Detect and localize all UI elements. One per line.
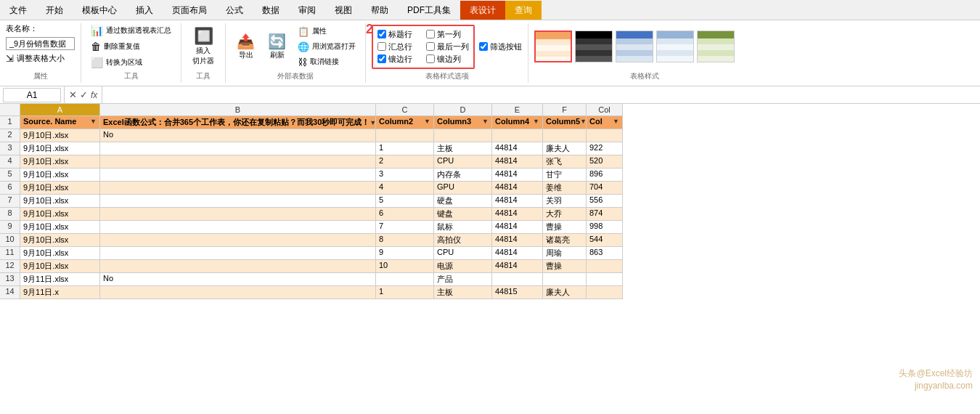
- cell-G7[interactable]: 556: [587, 195, 623, 208]
- cell-A4[interactable]: 9月10日.xlsx: [20, 155, 100, 169]
- cell-D7[interactable]: 硬盘: [434, 195, 492, 208]
- cell-B5[interactable]: [100, 169, 376, 182]
- cell-A11[interactable]: 9月10日.xlsx: [20, 247, 100, 260]
- col-header-A[interactable]: A: [20, 104, 100, 116]
- filter-D1[interactable]: ▼: [482, 118, 489, 125]
- cell-G5[interactable]: 896: [587, 169, 623, 182]
- cell-B11[interactable]: [100, 247, 376, 260]
- col-header-B[interactable]: B: [100, 104, 376, 116]
- pivot-table-btn[interactable]: 📊 通过数据透视表汇总: [87, 23, 175, 38]
- cell-C4[interactable]: 2: [376, 155, 434, 169]
- row-num-6[interactable]: 6: [0, 182, 20, 195]
- cell-E3[interactable]: 44814: [492, 142, 543, 155]
- cell-E4[interactable]: 44814: [492, 155, 543, 169]
- style-swatch-dark[interactable]: [575, 31, 613, 62]
- cell-G2[interactable]: [587, 129, 623, 142]
- tab-view[interactable]: 视图: [325, 1, 362, 20]
- cell-D11[interactable]: CPU: [434, 247, 492, 260]
- cell-F2[interactable]: [543, 129, 587, 142]
- cell-B3[interactable]: [100, 142, 376, 155]
- cell-A13[interactable]: 9月11日.xlsx: [20, 273, 100, 286]
- cell-D13[interactable]: 产品: [434, 273, 492, 286]
- col-header-E[interactable]: E: [492, 104, 543, 116]
- cell-D5[interactable]: 内存条: [434, 169, 492, 182]
- row-num-11[interactable]: 11: [0, 247, 20, 260]
- browser-open-btn[interactable]: 🌐 用浏览器打开: [294, 40, 359, 54]
- cell-B1[interactable]: Excel函数公式：合并365个工作表，你还在复制粘贴？而我30秒即可完成！ ▼: [100, 116, 376, 129]
- properties-btn[interactable]: 📋 属性: [294, 25, 359, 38]
- cell-A7[interactable]: 9月10日.xlsx: [20, 195, 100, 208]
- cell-G3[interactable]: 922: [587, 142, 623, 155]
- cell-E12[interactable]: 44814: [492, 260, 543, 273]
- cell-B6[interactable]: [100, 182, 376, 195]
- cell-F12[interactable]: 曹操: [543, 260, 587, 273]
- insert-slicer-btn[interactable]: 🔲 插入 切片器: [187, 25, 219, 68]
- cell-A10[interactable]: 9月10日.xlsx: [20, 234, 100, 247]
- cell-G13[interactable]: [587, 273, 623, 286]
- cell-F4[interactable]: 张飞: [543, 155, 587, 169]
- cell-B10[interactable]: [100, 234, 376, 247]
- cell-E8[interactable]: 44814: [492, 208, 543, 221]
- cell-D8[interactable]: 键盘: [434, 208, 492, 221]
- cell-B4[interactable]: [100, 155, 376, 169]
- col-header-C[interactable]: C: [376, 104, 434, 116]
- confirm-formula-icon[interactable]: ✓: [80, 89, 88, 100]
- table-name-input[interactable]: [6, 37, 75, 50]
- row-num-8[interactable]: 8: [0, 208, 20, 221]
- row-num-2[interactable]: 2: [0, 129, 20, 142]
- style-swatch-blue[interactable]: [616, 31, 653, 62]
- tab-query[interactable]: 查询: [505, 1, 542, 20]
- cell-G12[interactable]: [587, 260, 623, 273]
- filter-B1[interactable]: ▼: [369, 119, 376, 126]
- cell-G11[interactable]: 863: [587, 247, 623, 260]
- cell-G14[interactable]: [587, 286, 623, 299]
- cell-D4[interactable]: CPU: [434, 155, 492, 169]
- cell-B12[interactable]: [100, 260, 376, 273]
- banded-col-checkbox[interactable]: [426, 54, 435, 63]
- tab-pagelayout[interactable]: 页面布局: [163, 1, 216, 20]
- cell-C7[interactable]: 5: [376, 195, 434, 208]
- cell-B8[interactable]: [100, 208, 376, 221]
- total-row-checkbox[interactable]: [377, 42, 386, 51]
- cell-ref-input[interactable]: [3, 88, 61, 102]
- first-col-checkbox[interactable]: [426, 30, 435, 38]
- tab-data[interactable]: 数据: [253, 1, 289, 20]
- tab-pdf[interactable]: PDF工具集: [398, 1, 460, 20]
- cell-F13[interactable]: [543, 273, 587, 286]
- header-row-checkbox[interactable]: [377, 30, 386, 38]
- cell-C1[interactable]: Column2 ▼: [376, 116, 434, 129]
- tab-home[interactable]: 开始: [36, 1, 73, 20]
- cell-C3[interactable]: 1: [376, 142, 434, 155]
- cell-B2[interactable]: No: [100, 129, 376, 142]
- col-header-F[interactable]: F: [543, 104, 587, 116]
- cell-D10[interactable]: 高拍仪: [434, 234, 492, 247]
- tab-insert[interactable]: 插入: [126, 1, 163, 20]
- cell-A12[interactable]: 9月10日.xlsx: [20, 260, 100, 273]
- row-num-5[interactable]: 5: [0, 169, 20, 182]
- cell-E2[interactable]: [492, 129, 543, 142]
- cell-G10[interactable]: 544: [587, 234, 623, 247]
- cancel-formula-icon[interactable]: ✕: [69, 89, 77, 100]
- cell-E7[interactable]: 44814: [492, 195, 543, 208]
- cell-C8[interactable]: 6: [376, 208, 434, 221]
- row-num-14[interactable]: 14: [0, 286, 20, 299]
- cell-G9[interactable]: 998: [587, 221, 623, 234]
- cell-E10[interactable]: 44814: [492, 234, 543, 247]
- cell-C9[interactable]: 7: [376, 221, 434, 234]
- cell-A14[interactable]: 9月11日.x: [20, 286, 100, 299]
- row-num-10[interactable]: 10: [0, 234, 20, 247]
- cell-C11[interactable]: 9: [376, 247, 434, 260]
- cell-F7[interactable]: 关羽: [543, 195, 587, 208]
- cell-E11[interactable]: 44814: [492, 247, 543, 260]
- filter-E1[interactable]: ▼: [533, 118, 539, 125]
- cell-F1[interactable]: Column5 ▼: [543, 116, 587, 129]
- cell-B14[interactable]: [100, 286, 376, 299]
- cell-C5[interactable]: 3: [376, 169, 434, 182]
- cell-C14[interactable]: 1: [376, 286, 434, 299]
- cell-D1[interactable]: Column3 ▼: [434, 116, 492, 129]
- cell-E13[interactable]: [492, 273, 543, 286]
- cell-F6[interactable]: 姜维: [543, 182, 587, 195]
- tab-review[interactable]: 审阅: [289, 1, 325, 20]
- cell-E1[interactable]: Column4 ▼: [492, 116, 543, 129]
- row-num-12[interactable]: 12: [0, 260, 20, 273]
